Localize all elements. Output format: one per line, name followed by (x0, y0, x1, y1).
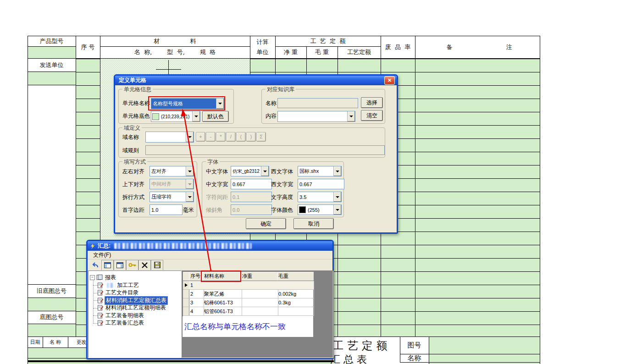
col-calc-unit-1: 计算 (250, 38, 275, 47)
clear-button[interactable]: 清空 (361, 110, 383, 121)
operator-button: Σ (256, 132, 266, 142)
report-doc-icon (98, 305, 103, 311)
grid-cell: 铝棒6061-T3 (203, 298, 242, 307)
margin-label: 首字边距 (122, 206, 144, 214)
annotation-box: 汇总名称与单元格名称不一致 (183, 316, 313, 337)
tree-connector (93, 323, 98, 324)
default-color-button[interactable]: 默认色 (202, 111, 229, 122)
chevron-down-icon[interactable] (186, 166, 194, 176)
wrap-combobox[interactable]: 压缩字符 (149, 192, 194, 202)
grid-row-selector[interactable] (183, 307, 189, 316)
tree-item[interactable]: 材料消耗工艺定额汇总表 (98, 297, 168, 304)
col-scrap-rate: 废 品 率 (381, 36, 415, 58)
cell-color-combobox[interactable]: (210,239,201) (151, 111, 200, 122)
group-label: 单元格信息 (122, 86, 153, 94)
grid-cell: 4 (189, 307, 204, 316)
summary-toolbar (88, 259, 332, 271)
back-icon[interactable] (89, 260, 101, 270)
form-cell (429, 337, 540, 364)
form-cell (28, 72, 76, 85)
tree-item[interactable]: 工艺文件目录 (98, 289, 139, 297)
tree-connector (93, 300, 98, 301)
annotation-text: 汇总名称与单元格名称不一致 (183, 321, 286, 332)
col-remark-right: 注 (491, 36, 527, 58)
highlight-cell-name (148, 96, 225, 110)
tree-item-label: 工艺装备明细表 (105, 312, 145, 320)
grid-row-selector[interactable] (183, 290, 189, 298)
group-font: 字体 中文字体 仿宋_gb2312 西文字体 国标.shx 中文字宽 0.667… (202, 161, 344, 217)
panel-left-icon[interactable] (101, 260, 114, 270)
delete-icon[interactable] (138, 260, 151, 270)
panel-right-icon[interactable] (114, 260, 126, 270)
grid-cell: 聚苯乙烯 (203, 290, 242, 298)
tree-item[interactable]: 加工工艺 (98, 281, 140, 289)
grid-corner (183, 272, 189, 281)
grid-row-selector[interactable] (183, 281, 189, 290)
tree-item[interactable]: 工艺装备汇总表 (98, 320, 145, 327)
grid-cell (241, 281, 278, 290)
col-gross-weight: 毛 重 (306, 46, 338, 58)
chevron-down-icon[interactable] (186, 192, 194, 202)
west-width-input[interactable]: 0.667 (298, 179, 344, 189)
halign-combobox[interactable]: 左对齐 (149, 166, 194, 176)
grid-row-selector[interactable] (183, 298, 189, 307)
cell-drawing-no: 图号 (400, 336, 429, 354)
menu-file[interactable]: 文件(F) (91, 251, 113, 259)
text-height-combobox[interactable]: 3.5 (298, 192, 342, 202)
cn-font-combobox[interactable]: 仿宋_gb2312 (231, 166, 269, 176)
select-button[interactable]: 选择 (361, 97, 383, 108)
tree-collapse-icon[interactable]: − (90, 275, 95, 280)
knowledge-name-input[interactable] (277, 98, 358, 108)
domain-name-combobox[interactable] (145, 132, 194, 143)
chevron-down-icon[interactable] (186, 132, 194, 142)
save-icon[interactable] (151, 260, 163, 270)
domain-rule-input[interactable] (145, 145, 385, 155)
group-fill-mode: 填写方式 左右对齐 左对齐 上下对齐 中间对齐 拆行方式 压缩字符 首字边距 1… (118, 161, 197, 217)
tree-item[interactable]: 工艺装备明细表 (98, 312, 145, 319)
chevron-down-icon[interactable] (347, 111, 355, 121)
knowledge-content-combobox[interactable] (277, 111, 355, 122)
cell-date: 日期 (28, 336, 43, 347)
tree-root[interactable]: − 报表 (90, 274, 117, 281)
west-font-combobox[interactable]: 国标.shx (298, 166, 342, 176)
operator-button: / (226, 132, 236, 142)
operator-button: * (216, 132, 226, 142)
knowledge-name-label: 名称 (266, 99, 277, 107)
key-icon[interactable] (126, 260, 138, 270)
summary-title: 汇总: (98, 242, 111, 250)
dialog-titlebar[interactable]: 定义单元格 ✕ (115, 76, 397, 85)
cn-width-input[interactable]: 0.667 (231, 179, 272, 189)
margin-input[interactable]: 1.0 (149, 204, 183, 215)
group-label: 域定义 (122, 124, 142, 132)
chevron-down-icon[interactable] (261, 166, 269, 176)
color-swatch (152, 113, 159, 120)
chevron-down-icon[interactable] (333, 192, 341, 202)
summary-titlebar[interactable]: 汇总: (88, 241, 332, 251)
cancel-button[interactable]: 取消 (293, 218, 334, 229)
chevron-down-icon[interactable] (333, 205, 341, 215)
cn-font-label: 中文字体 (206, 168, 228, 176)
col-serial: 序 号 (76, 36, 100, 58)
angle-input: 0.0 (231, 204, 272, 215)
text-height-label: 文字高度 (271, 193, 293, 201)
redacted-text (105, 283, 116, 288)
grid-cell: 3 (189, 298, 204, 307)
operator-button: ( (236, 132, 246, 142)
app-icon (89, 243, 96, 249)
cn-width-label: 中文字宽 (206, 181, 228, 188)
ok-button[interactable]: 确定 (246, 218, 286, 229)
west-width-label: 西文字宽 (271, 181, 293, 188)
cell-drawing-name: 名称 (400, 354, 429, 362)
tree-item[interactable]: 材料消耗工艺定额明细表 (98, 304, 167, 312)
cell-color-value: (210,239,201) (161, 111, 192, 121)
chevron-down-icon[interactable] (333, 166, 341, 176)
operator-button: + (196, 132, 205, 142)
spacing-label: 字符间距 (206, 193, 228, 201)
close-icon[interactable]: ✕ (384, 76, 395, 85)
group-label: 填写方式 (122, 158, 147, 166)
font-color-combobox[interactable]: (255) (298, 204, 342, 215)
halign-value: 左对齐 (150, 166, 186, 176)
chevron-down-icon[interactable] (192, 111, 200, 121)
col-net-weight: 净 重 (275, 46, 306, 58)
west-font-label: 西文字体 (271, 168, 293, 176)
